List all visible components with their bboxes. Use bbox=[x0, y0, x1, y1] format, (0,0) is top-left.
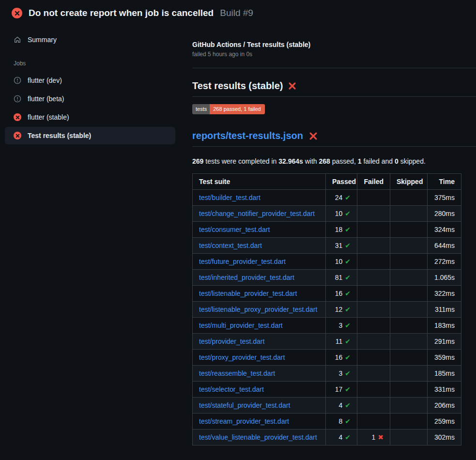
report-title-row: reports/test-results.json bbox=[192, 114, 476, 147]
test-suite-link[interactable]: test/future_provider_test.dart bbox=[199, 258, 286, 265]
failed-cell bbox=[357, 270, 390, 286]
sidebar-item-summary[interactable]: Summary bbox=[5, 31, 175, 48]
check-icon: ✔ bbox=[345, 401, 351, 409]
time-cell: 302ms bbox=[428, 429, 461, 445]
passed-cell: 31✔ bbox=[326, 238, 357, 254]
check-icon: ✔ bbox=[345, 417, 351, 425]
badge-value: 268 passed, 1 failed bbox=[210, 104, 264, 114]
failed-cell: 1✖ bbox=[357, 429, 390, 445]
tests-badge: tests 268 passed, 1 failed bbox=[192, 104, 265, 114]
test-suite-cell: test/change_notifier_provider_test.dart bbox=[193, 206, 326, 222]
count-value: 4 bbox=[338, 433, 342, 441]
sidebar-item-job[interactable]: flutter (beta) bbox=[5, 90, 175, 107]
summary-text: passed, bbox=[330, 157, 358, 165]
check-title-row: Test results (stable) bbox=[192, 68, 476, 97]
test-suite-link[interactable]: test/consumer_test.dart bbox=[199, 226, 270, 233]
check-icon: ✔ bbox=[345, 433, 351, 441]
table-row: test/selector_test.dart17✔331ms bbox=[193, 382, 461, 398]
count-value: 3 bbox=[338, 369, 342, 377]
test-suite-link[interactable]: test/listenable_proxy_provider_test.dart bbox=[199, 306, 317, 313]
test-suite-link[interactable]: test/listenable_provider_test.dart bbox=[199, 290, 297, 297]
test-suite-link[interactable]: test/provider_test.dart bbox=[199, 337, 264, 345]
test-suite-link[interactable]: test/change_notifier_provider_test.dart bbox=[199, 210, 315, 217]
check-title: Test results (stable) bbox=[192, 80, 283, 92]
count-value: 3 bbox=[338, 322, 342, 329]
test-suite-link[interactable]: test/multi_provider_test.dart bbox=[199, 322, 283, 329]
check-icon: ✔ bbox=[345, 353, 351, 361]
table-row: test/inherited_provider_test.dart81✔1.06… bbox=[193, 270, 461, 286]
failed-cross-icon bbox=[288, 82, 296, 90]
skipped-count: 0 bbox=[395, 157, 399, 165]
skipped-cell bbox=[390, 366, 428, 382]
count-value: 17 bbox=[335, 385, 343, 393]
passed-cell: 10✔ bbox=[326, 254, 357, 270]
sidebar: Summary Jobs flutter (dev)flutter (beta)… bbox=[0, 30, 180, 145]
sidebar-item-job[interactable]: Test results (stable) bbox=[5, 127, 175, 144]
count-value: 1 bbox=[371, 433, 375, 441]
main-content: GitHub Actions / Test results (stable) f… bbox=[192, 41, 476, 445]
page-header: Do not create report when job is cancell… bbox=[0, 0, 476, 24]
skipped-cell bbox=[390, 398, 428, 414]
time-cell: 1.065s bbox=[428, 270, 461, 286]
time-cell: 359ms bbox=[428, 350, 461, 366]
test-suite-link[interactable]: test/inherited_provider_test.dart bbox=[199, 274, 294, 281]
count-value: 10 bbox=[335, 258, 343, 265]
test-suite-link[interactable]: test/value_listenable_provider_test.dart bbox=[199, 433, 317, 441]
test-suite-link[interactable]: test/context_test.dart bbox=[199, 242, 262, 249]
passed-cell: 4✔ bbox=[326, 398, 357, 414]
count-value: 16 bbox=[335, 290, 343, 297]
sidebar-item-label: flutter (dev) bbox=[28, 77, 62, 84]
check-icon: ✔ bbox=[345, 258, 351, 265]
breadcrumb: GitHub Actions / Test results (stable) bbox=[192, 41, 476, 48]
count-value: 16 bbox=[335, 353, 343, 361]
test-suite-link[interactable]: test/proxy_provider_test.dart bbox=[199, 353, 285, 361]
count-value: 12 bbox=[335, 306, 343, 313]
passed-cell: 3✔ bbox=[326, 318, 357, 334]
test-results-table: Test suitePassedFailedSkippedTime test/b… bbox=[192, 173, 461, 445]
skipped-cell bbox=[390, 190, 428, 206]
check-icon: ✔ bbox=[345, 385, 351, 393]
test-suite-link[interactable]: test/builder_test.dart bbox=[199, 194, 261, 201]
time-cell: 291ms bbox=[428, 334, 461, 350]
test-suite-link[interactable]: test/stateful_provider_test.dart bbox=[199, 401, 290, 409]
report-link[interactable]: reports/test-results.json bbox=[192, 130, 303, 141]
table-row: test/listenable_provider_test.dart16✔322… bbox=[193, 286, 461, 302]
test-suite-cell: test/listenable_proxy_provider_test.dart bbox=[193, 302, 326, 318]
table-row: test/provider_test.dart11✔291ms bbox=[193, 334, 461, 350]
job-neutral-icon bbox=[14, 95, 21, 103]
summary-line: 269 tests were completed in 32.964s with… bbox=[192, 157, 476, 165]
sidebar-item-label: flutter (beta) bbox=[28, 95, 64, 103]
time-cell: 331ms bbox=[428, 382, 461, 398]
passed-cell: 16✔ bbox=[326, 286, 357, 302]
test-suite-link[interactable]: test/selector_test.dart bbox=[199, 385, 264, 393]
sidebar-item-job[interactable]: flutter (dev) bbox=[5, 72, 175, 89]
check-icon: ✔ bbox=[345, 337, 351, 345]
skipped-cell bbox=[390, 429, 428, 445]
run-status-line: failed 5 hours ago in 0s bbox=[192, 51, 476, 58]
sidebar-item-label: flutter (stable) bbox=[28, 113, 69, 121]
time-cell: 280ms bbox=[428, 206, 461, 222]
time-cell: 259ms bbox=[428, 414, 461, 429]
table-row: test/stateful_provider_test.dart4✔206ms bbox=[193, 398, 461, 414]
summary-text: skipped. bbox=[399, 157, 426, 165]
table-row: test/listenable_proxy_provider_test.dart… bbox=[193, 302, 461, 318]
skipped-cell bbox=[390, 254, 428, 270]
test-suite-link[interactable]: test/reassemble_test.dart bbox=[199, 369, 275, 377]
failed-cell bbox=[357, 318, 390, 334]
count-value: 4 bbox=[338, 401, 342, 409]
table-row: test/value_listenable_provider_test.dart… bbox=[193, 429, 461, 445]
test-suite-link[interactable]: test/stream_provider_test.dart bbox=[199, 417, 289, 425]
skipped-cell bbox=[390, 382, 428, 398]
table-row: test/consumer_test.dart18✔324ms bbox=[193, 222, 461, 238]
report-title-link[interactable]: reports/test-results.json bbox=[192, 130, 303, 141]
table-row: test/future_provider_test.dart10✔272ms bbox=[193, 254, 461, 270]
sidebar-item-job[interactable]: flutter (stable) bbox=[5, 108, 175, 126]
test-suite-cell: test/proxy_provider_test.dart bbox=[193, 350, 326, 366]
count-value: 8 bbox=[338, 417, 342, 425]
home-icon bbox=[14, 36, 21, 44]
passed-cell: 16✔ bbox=[326, 350, 357, 366]
failed-cell bbox=[357, 238, 390, 254]
column-header: Time bbox=[428, 174, 461, 190]
test-suite-cell: test/provider_test.dart bbox=[193, 334, 326, 350]
time-cell: 322ms bbox=[428, 286, 461, 302]
